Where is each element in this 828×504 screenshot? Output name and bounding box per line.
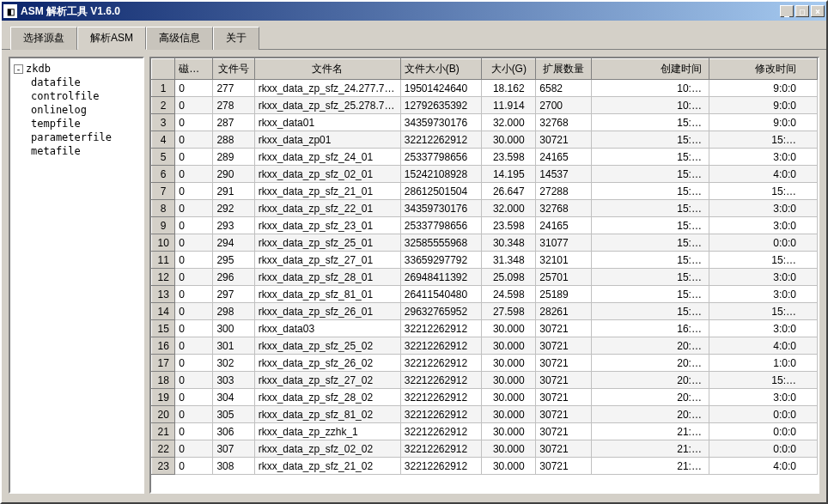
cell-fn[interactable]: 290	[213, 166, 254, 183]
cell-name[interactable]: rkxx_data_zp_sfz_26_02	[254, 355, 400, 372]
cell-ext[interactable]: 2700	[536, 97, 592, 114]
cell-dg[interactable]: 0	[175, 406, 213, 423]
cell-g[interactable]: 14.195	[482, 166, 536, 183]
cell-mt[interactable]: 15:…	[709, 372, 817, 389]
tree-node-metafile[interactable]: metafile	[31, 144, 139, 158]
cell-name[interactable]: rkxx_data_zp_sfz_22_01	[254, 200, 400, 217]
cell-mt[interactable]: 1:0:0	[709, 355, 817, 372]
cell-ext[interactable]: 30721	[536, 458, 592, 475]
table-row[interactable]: 170302rkxx_data_zp_sfz_26_02322122629123…	[152, 355, 818, 372]
cell-mt[interactable]: 0:0:0	[709, 406, 817, 423]
cell-ct[interactable]: 15:…	[592, 269, 709, 286]
cell-b[interactable]: 32212262912	[400, 458, 482, 475]
row-number[interactable]: 13	[152, 286, 175, 303]
cell-dg[interactable]: 0	[175, 389, 213, 406]
row-number[interactable]: 21	[152, 423, 175, 440]
cell-dg[interactable]: 0	[175, 114, 213, 131]
cell-ext[interactable]: 24165	[536, 217, 592, 234]
cell-fn[interactable]: 307	[213, 440, 254, 458]
cell-name[interactable]: rkxx_data_zp_zzhk_1	[254, 423, 400, 440]
table-row[interactable]: 140298rkxx_data_zp_sfz_26_01296327659522…	[152, 303, 818, 320]
cell-dg[interactable]: 0	[175, 337, 213, 355]
row-header-corner[interactable]	[152, 59, 175, 80]
cell-dg[interactable]: 0	[175, 303, 213, 320]
cell-g[interactable]: 30.000	[482, 458, 536, 475]
column-header[interactable]: 扩展数量	[536, 59, 592, 80]
cell-ext[interactable]: 30721	[536, 406, 592, 423]
cell-dg[interactable]: 0	[175, 320, 213, 337]
row-number[interactable]: 18	[152, 372, 175, 389]
tab-parse-asm[interactable]: 解析ASM	[77, 27, 146, 50]
cell-b[interactable]: 32212262912	[400, 320, 482, 337]
cell-mt[interactable]: 4:0:0	[709, 337, 817, 355]
table-row[interactable]: 120296rkxx_data_zp_sfz_28_01269484113922…	[152, 269, 818, 286]
cell-ext[interactable]: 30721	[536, 372, 592, 389]
cell-g[interactable]: 30.000	[482, 355, 536, 372]
cell-ext[interactable]: 25189	[536, 286, 592, 303]
cell-fn[interactable]: 301	[213, 337, 254, 355]
table-row[interactable]: 160301rkxx_data_zp_sfz_25_02322122629123…	[152, 337, 818, 355]
cell-b[interactable]: 32212262912	[400, 440, 482, 458]
cell-b[interactable]: 33659297792	[400, 252, 482, 269]
cell-ext[interactable]: 25701	[536, 269, 592, 286]
cell-dg[interactable]: 0	[175, 131, 213, 149]
cell-mt[interactable]: 3:0:0	[709, 286, 817, 303]
cell-g[interactable]: 30.000	[482, 320, 536, 337]
cell-dg[interactable]: 0	[175, 97, 213, 114]
cell-dg[interactable]: 0	[175, 217, 213, 234]
cell-mt[interactable]: 0:0:0	[709, 423, 817, 440]
cell-name[interactable]: rkxx_data_zp_sfz_26_01	[254, 303, 400, 320]
cell-fn[interactable]: 305	[213, 406, 254, 423]
cell-ct[interactable]: 15:…	[592, 149, 709, 166]
cell-mt[interactable]: 3:0:0	[709, 217, 817, 234]
cell-fn[interactable]: 300	[213, 320, 254, 337]
column-header[interactable]: 大小(G)	[482, 59, 536, 80]
tree-node-tempfile[interactable]: tempfile	[31, 117, 139, 131]
tree-node-datafile[interactable]: datafile	[31, 76, 139, 89]
cell-mt[interactable]: 15:…	[709, 131, 817, 149]
cell-ct[interactable]: 15:…	[592, 131, 709, 149]
cell-name[interactable]: rkxx_data_zp_sfz_27_01	[254, 252, 400, 269]
cell-g[interactable]: 23.598	[482, 149, 536, 166]
table-row[interactable]: 10277rkxx_data_zp_sfz_24.277.73…19501424…	[152, 80, 818, 97]
row-number[interactable]: 19	[152, 389, 175, 406]
table-row[interactable]: 150300rkxx_data033221226291230.000307211…	[152, 320, 818, 337]
cell-ext[interactable]: 30721	[536, 440, 592, 458]
table-row[interactable]: 230308rkxx_data_zp_sfz_21_02322122629123…	[152, 458, 818, 475]
cell-mt[interactable]: 3:0:0	[709, 389, 817, 406]
cell-g[interactable]: 30.000	[482, 406, 536, 423]
cell-b[interactable]: 25337798656	[400, 217, 482, 234]
cell-ct[interactable]: 21:…	[592, 440, 709, 458]
cell-mt[interactable]: 9:0:0	[709, 97, 817, 114]
minimize-button[interactable]: _	[780, 5, 794, 17]
table-row[interactable]: 30287rkxx_data013435973017632.0003276815…	[152, 114, 818, 131]
close-button[interactable]: ×	[811, 5, 825, 17]
cell-ext[interactable]: 30721	[536, 389, 592, 406]
cell-b[interactable]: 12792635392	[400, 97, 482, 114]
cell-dg[interactable]: 0	[175, 80, 213, 97]
cell-ext[interactable]: 32768	[536, 200, 592, 217]
grid-scroll[interactable]: 磁盘组文件号文件名文件大小(B)大小(G)扩展数量创建时间修改时间 10277r…	[151, 58, 818, 492]
cell-b[interactable]: 34359730176	[400, 200, 482, 217]
cell-b[interactable]: 19501424640	[400, 80, 482, 97]
cell-ct[interactable]: 20:…	[592, 337, 709, 355]
tab-select-disk[interactable]: 选择源盘	[10, 27, 77, 50]
table-row[interactable]: 40288rkxx_data_zp013221226291230.0003072…	[152, 131, 818, 149]
cell-ext[interactable]: 24165	[536, 149, 592, 166]
cell-ct[interactable]: 16:…	[592, 320, 709, 337]
cell-ct[interactable]: 15:…	[592, 183, 709, 200]
cell-name[interactable]: rkxx_data_zp_sfz_23_01	[254, 217, 400, 234]
cell-name[interactable]: rkxx_data_zp_sfz_25.278.73…	[254, 97, 400, 114]
cell-ext[interactable]: 30721	[536, 423, 592, 440]
cell-dg[interactable]: 0	[175, 200, 213, 217]
tree-collapse-icon[interactable]: -	[14, 64, 23, 74]
cell-ct[interactable]: 15:…	[592, 234, 709, 252]
cell-ext[interactable]: 30721	[536, 131, 592, 149]
cell-ct[interactable]: 20:…	[592, 389, 709, 406]
row-number[interactable]: 8	[152, 200, 175, 217]
table-row[interactable]: 110295rkxx_data_zp_sfz_27_01336592977923…	[152, 252, 818, 269]
table-row[interactable]: 100294rkxx_data_zp_sfz_25_01325855559683…	[152, 234, 818, 252]
cell-fn[interactable]: 302	[213, 355, 254, 372]
cell-dg[interactable]: 0	[175, 149, 213, 166]
row-number[interactable]: 12	[152, 269, 175, 286]
